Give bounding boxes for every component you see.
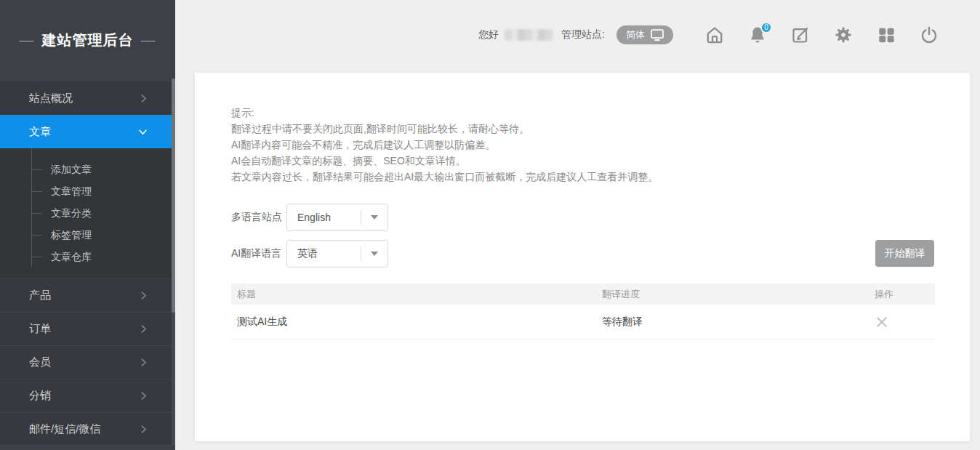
ai-language-label: AI翻译语言	[231, 247, 286, 260]
sidebar-item-site-overview[interactable]: 站点概况	[0, 81, 172, 115]
sidebar-item-products[interactable]: 产品	[0, 278, 172, 312]
site-language-pill[interactable]: 简体	[616, 25, 673, 44]
select-arrow	[361, 252, 387, 256]
sidebar-item-articles[interactable]: 文章	[0, 115, 172, 148]
sidebar-item-label: 分销	[29, 389, 51, 403]
app-logo: — 建站管理后台 —	[0, 0, 175, 80]
sidebar-item-label: 会员	[29, 355, 51, 369]
gear-icon[interactable]	[834, 25, 853, 44]
tip-line: 若文章内容过长，翻译结果可能会超出AI最大输出窗口而被截断，完成后建议人工查看并…	[231, 169, 935, 185]
power-icon[interactable]	[920, 25, 939, 44]
ai-language-value: 英语	[287, 247, 361, 260]
tips-block: 提示: 翻译过程中请不要关闭此页面,翻译时间可能比较长，请耐心等待。 AI翻译内…	[231, 105, 935, 185]
row-title: 测试AI生成	[231, 316, 596, 329]
sidebar-item-members[interactable]: 会员	[0, 345, 172, 379]
sidebar-item-label: 文章	[29, 125, 51, 139]
logo-dash: —	[141, 32, 156, 49]
chevron-right-icon	[139, 391, 148, 401]
edit-icon[interactable]	[791, 25, 810, 44]
ai-language-select[interactable]: 英语	[286, 240, 388, 268]
select-arrow	[361, 215, 387, 220]
apps-grid-icon[interactable]	[877, 25, 896, 44]
multilang-site-select[interactable]: English	[286, 204, 388, 231]
multilang-site-value: English	[287, 212, 361, 223]
topbar-icons: 0	[705, 25, 939, 44]
topbar: 您好 管理站点: 简体 0	[175, 0, 980, 70]
notification-badge: 0	[760, 22, 772, 33]
sidebar-item-label: 邮件/短信/微信	[29, 422, 100, 436]
home-icon[interactable]	[705, 25, 724, 44]
logo-dash: —	[20, 32, 35, 49]
close-icon[interactable]	[875, 315, 889, 329]
multilang-site-label: 多语言站点	[231, 211, 286, 224]
bell-icon[interactable]: 0	[748, 25, 767, 44]
column-header-title: 标题	[231, 288, 596, 301]
chevron-right-icon	[139, 324, 148, 334]
sidebar-item-label: 站点概况	[29, 92, 73, 105]
tip-line: 翻译过程中请不要关闭此页面,翻译时间可能比较长，请耐心等待。	[231, 121, 935, 137]
caret-down-icon	[371, 252, 378, 256]
app-title: 建站管理后台	[42, 31, 134, 50]
content-card: 提示: 翻译过程中请不要关闭此页面,翻译时间可能比较长，请耐心等待。 AI翻译内…	[195, 73, 970, 441]
chevron-right-icon	[139, 291, 148, 300]
manage-site-label: 管理站点:	[561, 28, 605, 41]
column-header-progress: 翻译进度	[596, 288, 869, 301]
start-translate-button[interactable]: 开始翻译	[875, 240, 934, 267]
caret-down-icon	[371, 215, 378, 220]
submenu-item-add-article[interactable]: 添加文章	[0, 158, 172, 180]
site-language-label: 简体	[626, 28, 645, 41]
sidebar-item-distribution[interactable]: 分销	[0, 379, 172, 412]
chevron-right-icon	[139, 358, 148, 367]
sidebar: — 建站管理后台 — 站点概况 文章 添加文章 文章管理 文章分类 标签管理 文…	[0, 0, 175, 450]
sidebar-item-label: 产品	[29, 289, 51, 302]
greeting-text: 您好	[478, 28, 499, 41]
tip-line: AI会自动翻译文章的标题、摘要、SEO和文章详情。	[231, 153, 935, 169]
sidebar-scrollbar-thumb[interactable]	[172, 79, 175, 313]
sidebar-menu: 站点概况 文章 添加文章 文章管理 文章分类 标签管理 文章仓库 产品 订单	[0, 81, 172, 446]
translate-form: 多语言站点 English AI翻译语言 英语	[231, 204, 935, 268]
submenu-item-article-repository[interactable]: 文章仓库	[0, 246, 172, 268]
table-row: 测试AI生成 等待翻译	[231, 305, 935, 339]
sidebar-item-orders[interactable]: 订单	[0, 312, 172, 345]
sidebar-item-label: 订单	[29, 322, 51, 336]
chevron-down-icon	[137, 127, 148, 137]
tip-line: AI翻译内容可能会不精准，完成后建议人工调整以防偏差。	[231, 137, 935, 153]
submenu-item-tag-management[interactable]: 标签管理	[0, 224, 172, 246]
row-progress: 等待翻译	[596, 316, 869, 329]
submenu-item-article-management[interactable]: 文章管理	[0, 180, 172, 202]
chevron-right-icon	[139, 94, 148, 103]
table-header: 标题 翻译进度 操作	[231, 284, 935, 305]
chevron-right-icon	[139, 425, 148, 434]
monitor-icon	[651, 29, 664, 41]
tips-title: 提示:	[231, 105, 935, 121]
column-header-action: 操作	[869, 288, 935, 301]
sidebar-item-mail-sms-wechat[interactable]: 邮件/短信/微信	[0, 412, 172, 446]
username-redacted	[505, 29, 553, 41]
submenu-item-article-category[interactable]: 文章分类	[0, 202, 172, 224]
translate-table: 标题 翻译进度 操作 测试AI生成 等待翻译	[231, 284, 935, 339]
articles-submenu: 添加文章 文章管理 文章分类 标签管理 文章仓库	[0, 148, 172, 278]
